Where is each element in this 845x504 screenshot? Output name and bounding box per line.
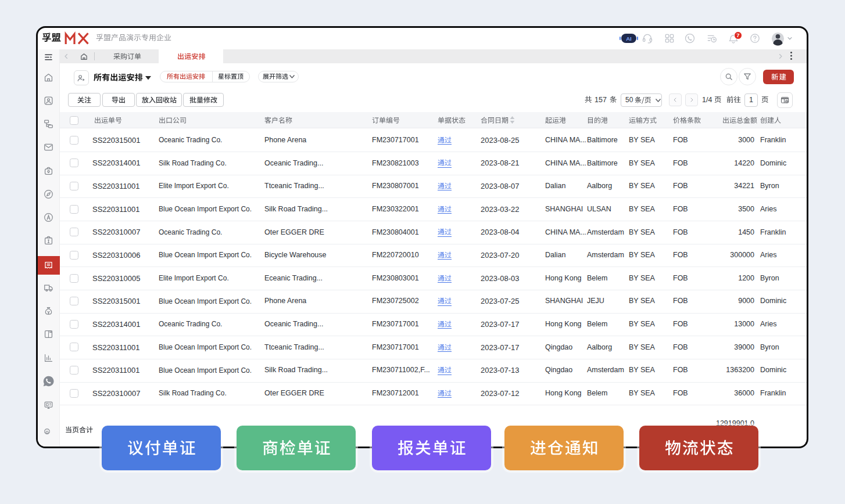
svg-text:AI: AI bbox=[626, 35, 632, 42]
